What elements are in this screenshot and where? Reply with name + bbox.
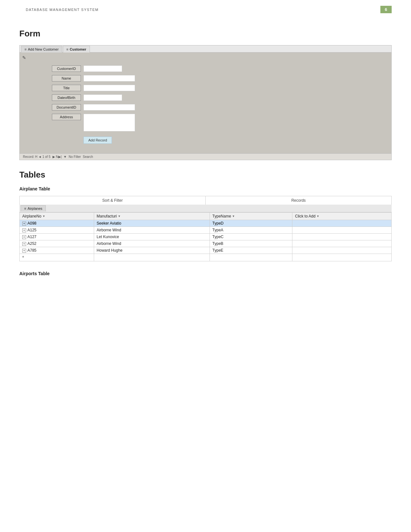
cell-clicktoadd (292, 240, 392, 247)
form-row-dob: DateofBirth (52, 94, 378, 101)
expand-icon[interactable]: + (22, 228, 26, 232)
sort-filter-label: Sort & Filter (20, 196, 206, 205)
dropdown-arrow-manufacturer: ▼ (118, 215, 121, 218)
form-row-documentid: DocumentID (52, 104, 378, 111)
form-tabs: ≡ Add New Customer ≡ Customer (20, 45, 391, 53)
expand-icon[interactable]: + (22, 249, 26, 253)
search-label[interactable]: Search (83, 155, 93, 159)
form-footer: Record: H ◄ 1 of 5 ▶ N▶| ▼ No Filter Sea… (20, 153, 391, 160)
label-customerid: CustomerID (52, 65, 81, 72)
airplane-table: AirplaneNo ▼ Manufacturi ▼ TypeName ▼ (19, 212, 392, 261)
input-dob[interactable] (83, 94, 122, 101)
form-container: ≡ Add New Customer ≡ Customer ✎ Customer… (19, 45, 392, 160)
form-row-customerid: CustomerID (52, 65, 378, 72)
airports-table-heading: Airports Table (19, 271, 392, 276)
cell-typename: TypeD (210, 220, 292, 227)
tab-customer[interactable]: ≡ Customer (63, 46, 90, 53)
cell-typename: TypeA (210, 227, 292, 234)
tab-label-add: Add New Customer (28, 47, 58, 51)
add-record-row: Add Record (83, 137, 378, 144)
cell-clicktoadd (292, 247, 392, 254)
label-address: Address (52, 114, 81, 120)
cell-manufacturer: Airborne Wind (94, 240, 210, 247)
record-nav: Record: H ◄ 1 of 5 (23, 155, 51, 159)
form-row-title: Title (52, 85, 378, 91)
asterisk-cell: * (20, 254, 94, 261)
label-dob: DateofBirth (52, 94, 81, 101)
col-header-manufacturer[interactable]: Manufacturi ▼ (94, 213, 210, 220)
expand-icon[interactable]: + (22, 235, 26, 239)
sort-filter-bar: Sort & Filter Records (19, 196, 392, 205)
input-name[interactable] (83, 75, 135, 82)
tab-airplanes[interactable]: ≡ Airplanes (21, 205, 46, 211)
expand-icon[interactable]: + (22, 242, 26, 246)
tab-icon-add: ≡ (24, 47, 26, 51)
form-inner: CustomerID Name Title DateofBirth Docume… (20, 56, 391, 153)
airplane-table-tabs: ≡ Airplanes (19, 205, 392, 212)
tables-heading: Tables (19, 170, 392, 180)
filter-icon: ▼ (64, 155, 67, 159)
airplanes-tab-icon: ≡ (24, 207, 26, 210)
input-documentid[interactable] (83, 104, 135, 111)
col-header-clicktoadd[interactable]: Click to Add ▼ (292, 213, 392, 220)
label-name: Name (52, 75, 81, 82)
form-body: ✎ CustomerID Name Title DateofBirth (20, 53, 391, 153)
textarea-wrapper (83, 114, 135, 131)
form-row-address: Address (52, 114, 378, 131)
dropdown-arrow-clicktoadd: ▼ (317, 215, 319, 218)
col-header-airplaneno[interactable]: AirplaneNo ▼ (20, 213, 94, 220)
tab-label-customer: Customer (70, 47, 86, 51)
add-record-button[interactable]: Add Record (83, 137, 112, 144)
dropdown-arrow-airplaneno: ▼ (42, 215, 45, 218)
cell-typename: TypeE (210, 247, 292, 254)
cell-typename: TypeC (210, 234, 292, 240)
airplane-table-heading: Airplane Table (19, 186, 392, 191)
table-row[interactable]: +A098Seeker AviatioTypeD (20, 220, 392, 227)
label-title: Title (52, 85, 81, 91)
form-heading: Form (19, 29, 392, 39)
tab-add-new-customer[interactable]: ≡ Add New Customer (21, 46, 62, 53)
input-title[interactable] (83, 85, 135, 91)
input-address[interactable] (83, 114, 135, 131)
table-header-row: AirplaneNo ▼ Manufacturi ▼ TypeName ▼ (20, 213, 392, 220)
col-header-typename[interactable]: TypeName ▼ (210, 213, 292, 220)
form-row-name: Name (52, 75, 378, 82)
new-row-asterisk: * (22, 255, 24, 260)
cell-manufacturer: Howard Hughe (94, 247, 210, 254)
airplanes-tab-label: Airplanes (27, 207, 42, 210)
table-row[interactable]: +A125Airborne WindTypeA (20, 227, 392, 234)
airplane-table-container: Sort & Filter Records ≡ Airplanes Airpla… (19, 196, 392, 261)
no-filter-label: No Filter (69, 155, 81, 159)
label-documentid: DocumentID (52, 104, 81, 111)
page-number: 6 (380, 6, 392, 13)
dropdown-arrow-typename: ▼ (232, 215, 235, 218)
records-label: Records (206, 196, 391, 205)
nav-arrows[interactable]: ▶ N▶| (53, 155, 62, 159)
expand-icon[interactable]: + (22, 222, 26, 226)
cell-manufacturer: Seeker Aviatio (94, 220, 210, 227)
cell-manufacturer: Airborne Wind (94, 227, 210, 234)
cell-manufacturer: Let Kunovice (94, 234, 210, 240)
cell-clicktoadd (292, 227, 392, 234)
header-title: DATABASE MANAGEMENT SYSTEM (26, 8, 99, 12)
tab-icon-customer: ≡ (66, 47, 68, 51)
cell-clicktoadd (292, 220, 392, 227)
pencil-icon: ✎ (22, 55, 26, 60)
table-row[interactable]: +A252Airborne WindTypeB (20, 240, 392, 247)
cell-clicktoadd (292, 234, 392, 240)
header: DATABASE MANAGEMENT SYSTEM 6 (0, 0, 411, 19)
table-row[interactable]: +A127Let KunoviceTypeC (20, 234, 392, 240)
table-row[interactable]: +A785Howard HugheTypeE (20, 247, 392, 254)
cell-typename: TypeB (210, 240, 292, 247)
input-customerid[interactable] (83, 65, 122, 72)
new-record-row[interactable]: * (20, 254, 392, 261)
